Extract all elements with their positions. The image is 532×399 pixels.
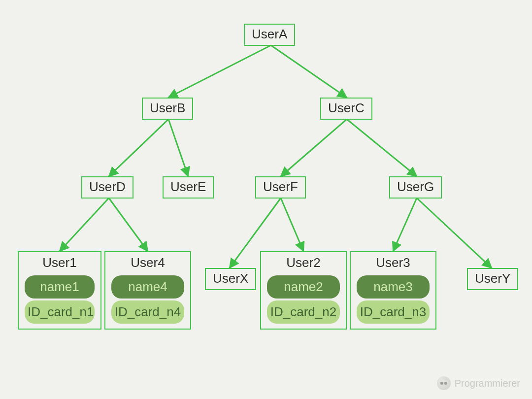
watermark-label: Programmierer (455, 378, 520, 389)
edge-arrow (109, 198, 148, 251)
edge-layer (0, 0, 532, 399)
edge-arrow (109, 119, 168, 176)
node-user-y: UserY (467, 268, 518, 290)
card-name-pill: name3 (357, 275, 430, 299)
card-idcard-pill: ID_card_n1 (25, 300, 95, 324)
card-user-1: User1 name1 ID_card_n1 (18, 251, 101, 330)
card-title: User1 (23, 255, 97, 270)
node-label: UserF (263, 179, 298, 194)
card-name-pill: name2 (267, 275, 340, 299)
edge-arrow (168, 119, 188, 176)
edge-arrow (347, 119, 417, 176)
edge-arrow (393, 198, 417, 251)
node-label: UserY (475, 271, 510, 286)
card-title: User2 (265, 255, 342, 270)
edge-arrow (281, 198, 303, 251)
node-user-c: UserC (320, 98, 372, 120)
card-name-pill: name1 (25, 275, 95, 299)
node-label: UserE (170, 179, 206, 194)
node-user-x: UserX (205, 268, 256, 290)
edge-arrow (281, 119, 347, 176)
card-name-pill: name4 (111, 275, 184, 299)
card-user-3: User3 name3 ID_card_n3 (350, 251, 436, 330)
node-user-d: UserD (81, 176, 133, 199)
node-user-a: UserA (244, 24, 295, 46)
node-label: UserX (213, 271, 248, 286)
edge-arrow (168, 45, 271, 98)
node-user-f: UserF (255, 176, 306, 199)
node-label: UserC (328, 100, 365, 115)
wechat-icon (437, 376, 451, 390)
node-label: UserA (252, 27, 287, 41)
edge-arrow (271, 45, 347, 98)
card-user-2: User2 name2 ID_card_n2 (260, 251, 347, 330)
card-title: User3 (355, 255, 432, 270)
node-label: UserB (150, 100, 185, 115)
node-label: UserD (89, 179, 126, 194)
watermark: Programmierer (437, 376, 520, 390)
edge-arrow (60, 198, 109, 251)
card-idcard-pill: ID_card_n3 (357, 300, 430, 324)
card-user-4: User4 name4 ID_card_n4 (104, 251, 191, 330)
card-title: User4 (109, 255, 186, 270)
card-idcard-pill: ID_card_n4 (111, 300, 184, 324)
card-idcard-pill: ID_card_n2 (267, 300, 340, 324)
node-label: UserG (397, 179, 434, 194)
node-user-b: UserB (142, 98, 193, 120)
node-user-e: UserE (163, 176, 214, 199)
node-user-g: UserG (389, 176, 442, 199)
